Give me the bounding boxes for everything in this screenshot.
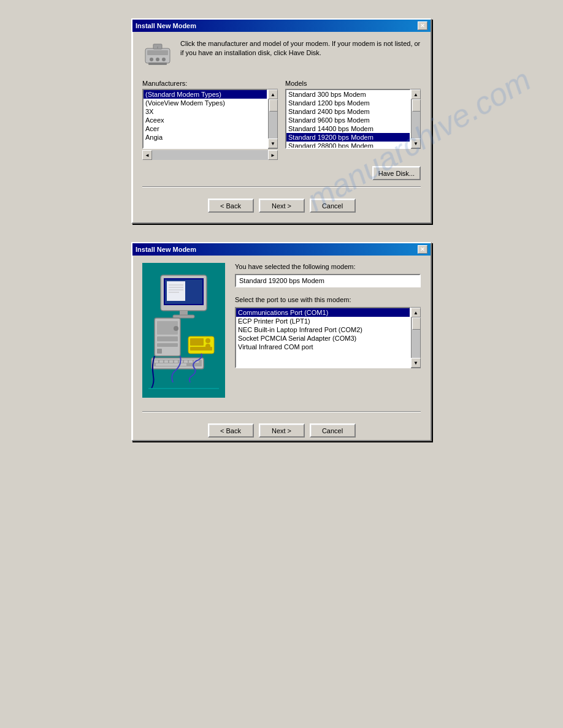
port-scroll-thumb[interactable] [412,317,421,330]
dialog1-title-area: Install New Modem [136,22,196,29]
mfr-hscroll-track[interactable] [152,150,268,160]
have-disk-row: Have Disk... [142,166,421,180]
model-scroll-down[interactable]: ▼ [411,138,421,148]
port-scroll-up[interactable]: ▲ [411,308,421,317]
model-item-2[interactable]: Standard 2400 bps Modem [286,107,410,116]
models-section: Models Standard 300 bps Modem Standard 1… [285,80,421,160]
mfr-hscroll-right[interactable]: ► [268,150,278,160]
svg-rect-33 [184,360,188,363]
manufacturer-item-3[interactable]: Aceex [144,116,267,124]
page-container: Install New Modem ✕ Click the manufactur… [0,0,563,728]
svg-rect-31 [174,360,178,363]
model-item-3[interactable]: Standard 9600 bps Modem [286,116,410,124]
selected-modem-label: You have selected the following modem: [235,263,421,270]
port-list-wrapper: Communications Port (COM1) ECP Printer P… [235,307,421,368]
manufacturers-hscrollbar[interactable]: ◄ ► [142,150,278,160]
ports-listbox[interactable]: Communications Port (COM1) ECP Printer P… [235,307,411,368]
svg-point-3 [156,58,159,61]
mfr-scroll-up[interactable]: ▲ [268,89,278,99]
model-item-4[interactable]: Standard 14400 bps Modem [286,124,410,133]
port-scroll-down[interactable]: ▼ [411,358,421,368]
dialog2: Install New Modem ✕ [131,242,432,441]
manufacturer-item-1[interactable]: (VoiceView Modem Types) [144,99,267,107]
svg-rect-12 [167,281,185,301]
dialog1-buttons: < Back Next > Cancel [142,194,421,215]
model-scroll-thumb[interactable] [412,99,421,112]
dialog1-divider [142,186,421,188]
modem-icon [142,39,173,70]
port-item-2[interactable]: NEC Built-in Laptop Infrared Port (COM2) [236,325,410,334]
svg-rect-36 [156,363,186,366]
port-item-3[interactable]: Socket PCMCIA Serial Adapter (COM3) [236,334,410,343]
have-disk-button[interactable]: Have Disk... [372,166,421,180]
computer-illustration-container [142,263,225,398]
models-listbox[interactable]: Standard 300 bps Modem Standard 1200 bps… [285,89,411,149]
mfr-scroll-track[interactable] [269,99,277,138]
manufacturers-scrollbar[interactable]: ▲ ▼ [268,89,278,149]
dialog2-close-button[interactable]: ✕ [418,245,427,254]
dialog1-cancel-button[interactable]: Cancel [310,199,356,213]
manufacturer-item-2[interactable]: 3X [144,107,267,116]
model-item-5[interactable]: Standard 19200 bps Modem [286,133,410,142]
dialog2-cancel-button[interactable]: Cancel [310,423,356,438]
lists-container: Manufacturers: (Standard Modem Types) (V… [142,80,421,160]
dialog2-right-panel: You have selected the following modem: S… [235,263,421,398]
svg-rect-34 [189,360,193,363]
dialog2-buttons: < Back Next > Cancel [142,419,421,440]
model-scroll-up[interactable]: ▲ [411,89,421,99]
svg-rect-27 [155,360,158,363]
svg-rect-5 [148,63,167,65]
manufacturers-listbox[interactable]: (Standard Modem Types) (VoiceView Modem … [142,89,268,149]
ports-scrollbar[interactable]: ▲ ▼ [411,307,421,368]
svg-point-39 [205,338,210,343]
svg-rect-29 [164,360,168,363]
models-list-wrapper: Standard 300 bps Modem Standard 1200 bps… [285,89,421,149]
dialog1-close-button[interactable]: ✕ [418,21,427,30]
manufacturers-list-wrapper: (Standard Modem Types) (VoiceView Modem … [142,89,278,149]
manufacturer-item-4[interactable]: Acer [144,124,267,133]
selected-modem-field: Standard 19200 bps Modem [235,274,421,287]
dialog1-back-button[interactable]: < Back [208,199,254,213]
svg-rect-38 [190,338,204,346]
dialog2-body: You have selected the following modem: S… [132,256,431,405]
port-scroll-track[interactable] [412,317,420,358]
dialog2-divider [142,411,421,412]
svg-point-2 [150,58,153,61]
dialog1-title-text: Install New Modem [136,22,196,29]
dialog1-instruction-text: Click the manufacturer and model of your… [180,39,421,58]
dialog2-footer: < Back Next > Cancel [132,411,431,440]
svg-rect-30 [169,360,173,363]
model-item-6[interactable]: Standard 28800 bps Modem [286,142,410,149]
dialog2-title-text: Install New Modem [136,246,196,253]
svg-rect-24 [157,349,162,354]
port-item-1[interactable]: ECP Printer Port (LPT1) [236,317,410,325]
svg-rect-28 [159,360,163,363]
svg-rect-1 [147,50,168,55]
mfr-hscroll-left[interactable]: ◄ [142,150,152,160]
model-item-0[interactable]: Standard 300 bps Modem [286,90,410,99]
dialog1-titlebar: Install New Modem ✕ [132,20,431,32]
mfr-scroll-thumb[interactable] [269,99,278,112]
models-scrollbar[interactable]: ▲ ▼ [411,89,421,149]
port-item-0[interactable]: Communications Port (COM1) [236,308,410,317]
mfr-scroll-down[interactable]: ▼ [268,138,278,148]
model-scroll-track[interactable] [412,99,420,138]
svg-point-4 [162,58,166,61]
dialog2-titlebar: Install New Modem ✕ [132,243,431,256]
svg-rect-22 [157,336,178,341]
dialog1-next-button[interactable]: Next > [259,199,305,213]
dialog1-body: Click the manufacturer and model of your… [132,32,431,222]
manufacturer-item-5[interactable]: Angia [144,133,267,142]
manufacturers-section: Manufacturers: (Standard Modem Types) (V… [142,80,278,160]
dialog2-title-area: Install New Modem [136,246,196,253]
svg-rect-41 [190,347,212,351]
dialog2-next-button[interactable]: Next > [259,423,305,438]
manufacturers-label: Manufacturers: [142,80,278,87]
manufacturer-item-0[interactable]: (Standard Modem Types) [144,90,267,99]
port-selection-label: Select the port to use with this modem: [235,296,421,303]
dialog2-back-button[interactable]: < Back [208,423,254,438]
model-item-1[interactable]: Standard 1200 bps Modem [286,99,410,107]
svg-point-21 [174,326,178,331]
port-item-4[interactable]: Virtual Infrared COM port [236,343,410,351]
svg-rect-23 [157,343,178,347]
